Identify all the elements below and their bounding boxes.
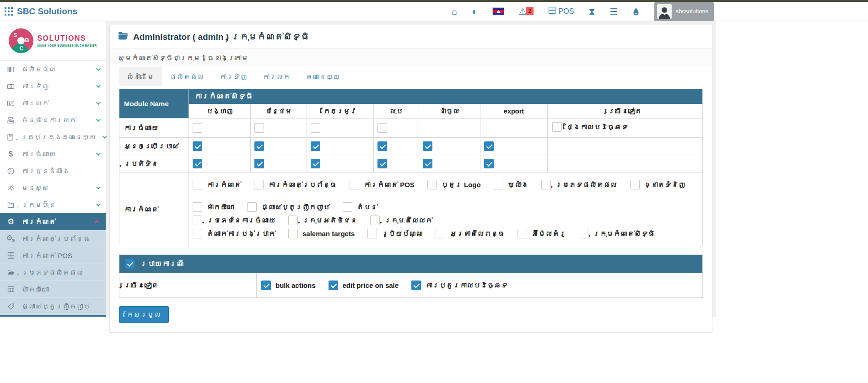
checkbox-checked[interactable] bbox=[311, 141, 320, 151]
checkbox-unchecked[interactable] bbox=[494, 180, 503, 189]
sidebar-item-9[interactable]: ⚙ការកំណត់ bbox=[0, 213, 106, 230]
checkbox-unchecked[interactable] bbox=[193, 180, 202, 189]
list-icon[interactable]: ☰ bbox=[610, 7, 618, 16]
home-icon[interactable]: ⌂ bbox=[452, 7, 457, 16]
checkbox-checked[interactable] bbox=[423, 159, 432, 168]
pos-label: POS bbox=[559, 7, 574, 16]
sidebar-item-7[interactable]: មនុស្ស bbox=[0, 179, 106, 196]
checkbox-unchecked[interactable] bbox=[350, 180, 359, 189]
pos-button[interactable]: POS bbox=[548, 6, 574, 16]
permission-option: edit price on sale bbox=[329, 281, 399, 290]
checkbox-unchecked[interactable] bbox=[288, 216, 298, 225]
permission-cell bbox=[251, 155, 307, 173]
checkbox-unchecked[interactable] bbox=[193, 216, 202, 225]
sidebar-item-label: ការកំណត់ bbox=[22, 218, 90, 226]
chevron-down-icon bbox=[96, 83, 101, 88]
checkbox-unchecked[interactable] bbox=[193, 202, 202, 212]
checkbox-unchecked[interactable] bbox=[518, 229, 527, 238]
clean-droplet-icon[interactable] bbox=[632, 7, 640, 16]
checkbox-unchecked[interactable] bbox=[579, 229, 588, 238]
hourglass-icon[interactable]: ⧗ bbox=[588, 7, 595, 16]
cogs-icon: ⚙⚙ bbox=[6, 234, 15, 243]
sidebar-logo[interactable]: SBC SOLUTIONS MAKE YOUR BUSINESS MUCH EA… bbox=[0, 21, 106, 61]
sidebar-item-1[interactable]: ការទិញ bbox=[0, 78, 106, 95]
sidebar-subitem-label: ម៉ាកយីហោ bbox=[22, 286, 49, 293]
checkbox-checked[interactable] bbox=[411, 281, 421, 290]
sidebar-subitem-label: ការកំណត់ POS bbox=[22, 252, 72, 259]
sidebar-item-0[interactable]: ផលិតផល bbox=[0, 61, 106, 78]
alerts-button[interactable]: ⚠ 2 bbox=[519, 7, 534, 16]
checkbox-unchecked[interactable] bbox=[552, 122, 562, 132]
checkbox-checked[interactable] bbox=[377, 141, 387, 151]
permission-option: ប្តូរ Logo bbox=[427, 180, 481, 189]
tab-4[interactable]: គណនេយ្យ bbox=[298, 67, 348, 86]
apps-grid-icon bbox=[5, 7, 13, 16]
checkbox-unchecked[interactable] bbox=[541, 180, 551, 189]
checkbox-unchecked[interactable] bbox=[343, 202, 352, 212]
report-header-row: របាយការណ៍ bbox=[119, 255, 703, 273]
permission-row: ប្រតិទិន bbox=[119, 155, 703, 173]
checkbox-unchecked[interactable] bbox=[367, 229, 377, 238]
checkbox-unchecked[interactable] bbox=[247, 202, 257, 212]
sidebar-item-2[interactable]: $ការលក់ bbox=[0, 95, 106, 112]
permission-option-label: edit price on sale bbox=[343, 281, 399, 289]
checkbox-checked[interactable] bbox=[311, 159, 320, 168]
report-checkbox[interactable] bbox=[125, 259, 135, 269]
checkbox-checked[interactable] bbox=[377, 159, 387, 168]
checkbox-unchecked[interactable] bbox=[630, 180, 640, 189]
checkbox-checked[interactable] bbox=[329, 281, 338, 290]
checkbox-unchecked[interactable] bbox=[311, 123, 320, 133]
user-menu[interactable]: sbcsolutions bbox=[654, 2, 714, 21]
contrast-icon[interactable]: ◐ bbox=[472, 7, 477, 16]
permissions-group-header: ការកំណត់សិទ្ធិ bbox=[189, 89, 703, 104]
checkbox-checked[interactable] bbox=[484, 141, 494, 151]
sidebar-subitem-0[interactable]: ⚙⚙ការកំណត់ប្រព័ន្ធ bbox=[0, 230, 106, 247]
checkbox-checked[interactable] bbox=[261, 281, 271, 290]
language-flag-icon[interactable] bbox=[492, 7, 504, 15]
checkbox-checked[interactable] bbox=[193, 159, 202, 168]
module-name-cell: ការចំណាយ bbox=[119, 119, 189, 138]
checkbox-unchecked[interactable] bbox=[427, 180, 437, 189]
sidebar-item-5[interactable]: $ការចំណាយ bbox=[0, 146, 106, 162]
checkbox-unchecked[interactable] bbox=[254, 180, 264, 189]
permission-option: ការកំណត់ POS bbox=[350, 180, 415, 189]
sidebar-subitem-4[interactable]: ផ្លាស់ប្តូរញឹកញាប់ bbox=[0, 298, 106, 315]
checkbox-unchecked[interactable] bbox=[370, 216, 380, 225]
checkbox-checked[interactable] bbox=[423, 141, 432, 151]
dollar-icon: $ bbox=[6, 151, 15, 158]
save-button[interactable]: កែសម្រួល bbox=[119, 306, 169, 323]
tab-1[interactable]: ផលិតផល bbox=[162, 67, 212, 86]
sidebar-item-3[interactable]: ចំនុចនៃការលក់ bbox=[0, 112, 106, 129]
tab-0[interactable]: លំនាំដើម bbox=[119, 67, 162, 86]
sidebar-subitem-1[interactable]: ការកំណត់ POS bbox=[0, 247, 106, 264]
permission-option-label: តំណាក់ការបង់ប្រាក់ bbox=[207, 230, 275, 237]
tab-3[interactable]: ការលក់ bbox=[255, 67, 298, 86]
checkbox-unchecked[interactable] bbox=[288, 229, 298, 238]
checkbox-checked[interactable] bbox=[254, 159, 264, 168]
sidebar-item-6[interactable]: ការជូនដំណឹង bbox=[0, 162, 106, 179]
sidebar-subitem-2[interactable]: ប្រភេទផលិតផល bbox=[0, 264, 106, 281]
settings-options-line: ប្រភេទនៃការចំណាយក្រុមអតិថិជនក្រុមតំលៃលក់ bbox=[193, 216, 699, 225]
sidebar-subitem-3[interactable]: ម៉ាកយីហោ bbox=[0, 281, 106, 298]
checkbox-checked[interactable] bbox=[193, 141, 202, 151]
checkbox-unchecked[interactable] bbox=[193, 123, 202, 133]
checkbox-unchecked[interactable] bbox=[193, 229, 202, 238]
permission-option: តំណាក់ការបង់ប្រាក់ bbox=[193, 229, 275, 238]
folder-icon bbox=[118, 32, 128, 42]
checkbox-unchecked[interactable] bbox=[377, 123, 387, 133]
checkbox-unchecked[interactable] bbox=[254, 123, 264, 133]
permission-cell bbox=[419, 155, 480, 173]
permission-option-label: អត្រាតំលៃពន្ធ bbox=[450, 230, 505, 237]
permission-option: ម៉ាកយីហោ bbox=[193, 202, 234, 212]
permission-cell bbox=[480, 155, 548, 173]
sidebar-item-8[interactable]: ក្រុមហ៊ុន bbox=[0, 196, 106, 213]
tab-2[interactable]: ការទិញ bbox=[212, 67, 255, 86]
user-avatar bbox=[657, 4, 672, 19]
sidebar-item-4[interactable]: គ្រប់គ្រងគណនេយ្យ bbox=[0, 129, 106, 146]
checkbox-checked[interactable] bbox=[484, 159, 494, 168]
checkbox-checked[interactable] bbox=[254, 141, 264, 151]
checkbox-unchecked[interactable] bbox=[436, 229, 445, 238]
brand[interactable]: SBC Solutions bbox=[5, 6, 77, 16]
alert-count-badge: 2 bbox=[526, 7, 533, 15]
permission-cell bbox=[419, 138, 480, 155]
